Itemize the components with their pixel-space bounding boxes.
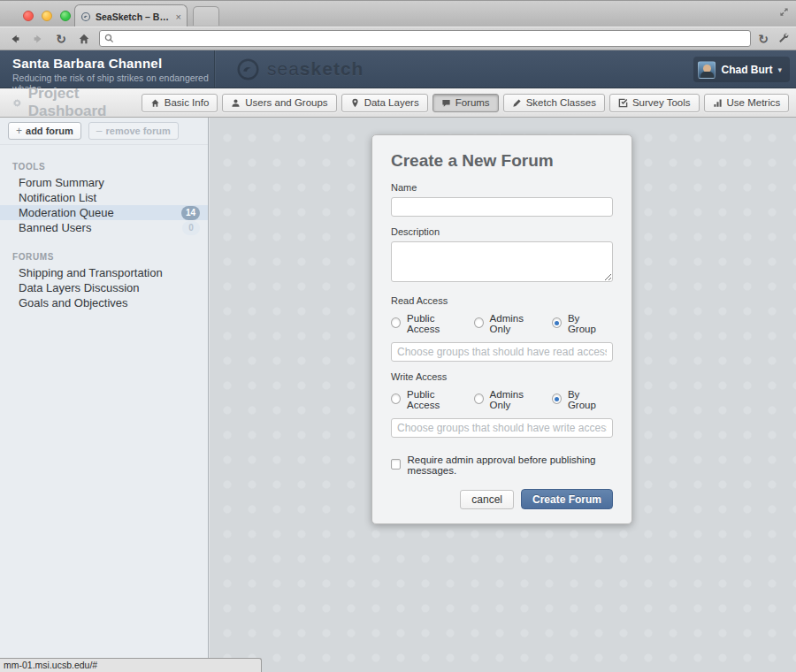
read-groups-input[interactable] (391, 342, 613, 362)
read-bygroup-label[interactable]: By Group (568, 313, 607, 334)
sidebar-item-goals-and-objectives[interactable]: Goals and Objectives (0, 295, 208, 310)
browser-tabstrip: SeaSketch – Better decisions × (0, 0, 796, 27)
tools-section-header: TOOLS (12, 162, 208, 172)
check-square-icon (618, 98, 628, 108)
create-forum-button[interactable]: Create Forum (521, 489, 613, 509)
project-title: Santa Barbara Channel (12, 56, 214, 71)
add-forum-button[interactable]: + add forum (8, 122, 81, 140)
bar-chart-icon (713, 98, 723, 108)
sidebar-item-notification-list[interactable]: Notification List (0, 190, 208, 205)
user-menu[interactable]: Chad Burt ▾ (693, 57, 790, 82)
app-header: Santa Barbara Channel Reducing the risk … (0, 50, 796, 88)
write-admins-label[interactable]: Admins Only (490, 389, 542, 410)
home-button[interactable] (76, 31, 92, 47)
browser-tab[interactable]: SeaSketch – Better decisions × (74, 4, 188, 27)
sidebar-item-forum-summary[interactable]: Forum Summary (0, 175, 208, 190)
forums-section-header: FORUMS (12, 252, 208, 262)
seasketch-logo: seasketch (236, 50, 364, 88)
name-input[interactable] (391, 197, 613, 217)
minus-icon: – (96, 125, 103, 137)
content: + add forum – remove forum TOOLS Forum S… (0, 118, 796, 672)
favicon-icon (80, 11, 91, 22)
close-window-button[interactable] (23, 11, 34, 21)
tab-title: SeaSketch – Better decisions (96, 11, 172, 22)
wrench-icon[interactable] (777, 31, 789, 47)
banned-users-badge: 0 (182, 221, 200, 235)
sync-icon[interactable]: ↻ (758, 32, 769, 46)
browser-toolbar: ↻ ↻ (0, 27, 796, 50)
read-admins-label[interactable]: Admins Only (490, 313, 542, 334)
write-public-label[interactable]: Public Access (407, 389, 463, 410)
tab-close-icon[interactable]: × (176, 11, 181, 22)
gear-icon (12, 95, 22, 111)
search-icon (104, 34, 114, 43)
approval-checkbox-row: Require admin approval before publishing… (391, 454, 613, 476)
description-textarea[interactable] (391, 241, 613, 282)
sidebar-item-moderation-queue[interactable]: Moderation Queue 14 (0, 205, 208, 220)
tab-basic-info[interactable]: Basic Info (142, 94, 218, 112)
write-groups-input[interactable] (391, 418, 613, 438)
speech-bubble-icon (441, 98, 451, 108)
address-bar[interactable] (99, 30, 751, 47)
write-access-label: Write Access (391, 371, 613, 382)
project-block: Santa Barbara Channel Reducing the risk … (0, 50, 215, 88)
plus-icon: + (16, 125, 22, 137)
tab-sketch-classes[interactable]: Sketch Classes (503, 94, 605, 112)
name-label: Name (391, 182, 613, 193)
write-public-radio[interactable] (391, 393, 401, 404)
navbar: Project Dashboard Basic Info Users and G… (0, 88, 796, 118)
pencil-icon (512, 98, 522, 108)
tab-data-layers[interactable]: Data Layers (341, 94, 428, 112)
logo-sea: sea (267, 58, 300, 79)
read-admins-radio[interactable] (474, 317, 484, 328)
nav-tabs: Basic Info Users and Groups Data Layers … (142, 94, 789, 112)
fullscreen-icon[interactable] (779, 4, 789, 20)
sidebar-toolbar: + add forum – remove forum (0, 118, 208, 145)
write-access-radio-group: Public Access Admins Only By Group (391, 389, 613, 410)
moderation-queue-badge: 14 (181, 206, 200, 220)
require-approval-label[interactable]: Require admin approval before publishing… (408, 454, 613, 476)
tab-use-metrics[interactable]: Use Metrics (704, 94, 790, 112)
avatar (698, 61, 716, 79)
zoom-window-button[interactable] (60, 11, 71, 21)
main-panel: Create a New Forum Name Description Read… (209, 118, 796, 672)
sidebar-item-banned-users[interactable]: Banned Users 0 (0, 220, 208, 235)
tab-forums[interactable]: Forums (432, 94, 499, 112)
status-bar: mm-01.msi.ucsb.edu/# (0, 658, 262, 672)
modal-footer: cancel Create Forum (391, 489, 613, 509)
forward-button[interactable] (30, 31, 46, 47)
read-access-radio-group: Public Access Admins Only By Group (391, 313, 613, 334)
cancel-button[interactable]: cancel (460, 490, 514, 509)
home-icon (150, 98, 160, 108)
description-label: Description (391, 226, 613, 237)
page-title: Project Dashboard (12, 85, 112, 120)
minimize-window-button[interactable] (42, 11, 52, 21)
reload-button[interactable]: ↻ (53, 31, 69, 47)
write-admins-radio[interactable] (474, 393, 484, 404)
write-bygroup-label[interactable]: By Group (568, 389, 607, 410)
tab-users-and-groups[interactable]: Users and Groups (222, 94, 336, 112)
map-pin-icon (350, 98, 360, 108)
read-public-label[interactable]: Public Access (407, 313, 463, 334)
sidebar: + add forum – remove forum TOOLS Forum S… (0, 118, 209, 672)
new-tab-button[interactable] (193, 6, 219, 26)
user-icon (231, 98, 241, 108)
chevron-down-icon: ▾ (777, 65, 782, 74)
back-button[interactable] (7, 31, 23, 47)
address-input[interactable] (118, 34, 746, 44)
remove-forum-button[interactable]: – remove forum (88, 122, 179, 140)
read-public-radio[interactable] (391, 317, 401, 328)
write-bygroup-radio[interactable] (552, 393, 562, 404)
create-forum-modal: Create a New Forum Name Description Read… (371, 134, 632, 524)
require-approval-checkbox[interactable] (391, 459, 401, 470)
tab-survey-tools[interactable]: Survey Tools (609, 94, 700, 112)
logo-sketch: sketch (300, 58, 364, 79)
sidebar-item-shipping-and-transportation[interactable]: Shipping and Transportation (0, 265, 208, 280)
sidebar-item-data-layers-discussion[interactable]: Data Layers Discussion (0, 280, 208, 295)
read-bygroup-radio[interactable] (552, 317, 562, 328)
read-access-label: Read Access (391, 295, 613, 306)
wave-logo-icon (236, 57, 260, 81)
user-name: Chad Burt (721, 64, 772, 76)
modal-title: Create a New Forum (391, 151, 613, 171)
window-controls (23, 11, 71, 21)
